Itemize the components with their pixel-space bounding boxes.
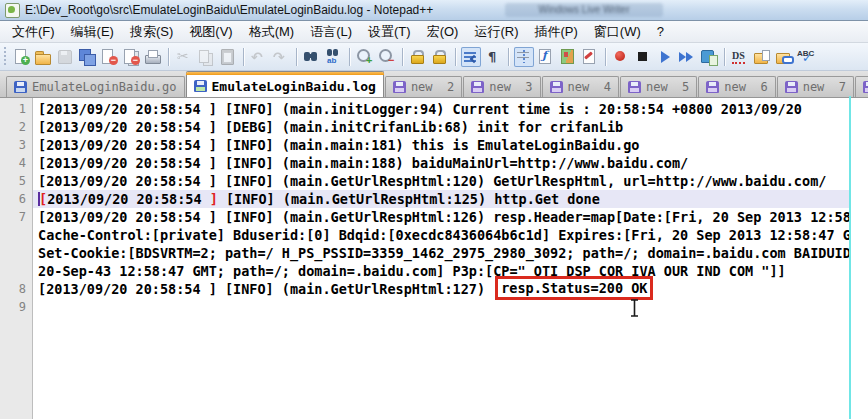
floppy-icon [14,81,27,93]
copy-icon[interactable] [196,47,216,67]
open-containing-folder-icon[interactable] [752,47,772,67]
log-line[interactable]: [2013/09/20 20:58:54 ] [INFO] (main.GetU… [38,208,849,226]
redo-icon[interactable] [271,47,291,67]
sync-vertical-icon[interactable] [408,47,428,67]
open-icon[interactable] [33,47,53,67]
line-number: 3 [0,136,32,154]
log-text-segment: Cache-Control:[private] Bduserid:[0] Bdq… [38,227,849,243]
document-map-icon[interactable] [558,47,578,67]
indent-guide-icon[interactable] [514,47,534,67]
tab-new-8[interactable]: new 8 [855,76,868,97]
macro-record-icon[interactable] [611,47,631,67]
menu-item-window[interactable]: 窗口(W) [586,21,649,43]
menu-item-language[interactable]: 语言(L) [302,21,360,43]
toolbar-separator [349,48,350,66]
tab-new-7[interactable]: new 7 [777,76,854,97]
log-line[interactable]: [2013/09/20 20:58:54 ] [INFO] (main.GetU… [38,280,849,298]
cut-icon[interactable] [174,47,194,67]
tab-label: new 7 [803,80,846,94]
close-all-icon[interactable] [121,47,141,67]
undo-icon[interactable] [249,47,269,67]
gutter: 123456789 [0,98,33,419]
macro-run-all-icon[interactable] [677,47,697,67]
log-line[interactable] [38,298,849,316]
word-wrap-icon[interactable] [461,47,481,67]
menu-item-help[interactable]: ? [649,22,672,41]
annotation-box: resp.Status=200 OK [495,276,653,300]
menu-item-search[interactable]: 搜索(S) [122,21,181,43]
folder-as-workspace-icon[interactable] [774,47,794,67]
menu-item-edit[interactable]: 编辑(E) [63,21,122,43]
tab-label: EmulateLoginBaidu.go [32,80,177,94]
menu-item-view[interactable]: 视图(V) [181,21,240,43]
log-line[interactable]: 20-Sep-43 12:58:47 GMT; path=/; domain=.… [38,262,849,280]
tab-label: new 6 [724,80,767,94]
zoom-in-icon[interactable] [355,47,375,67]
menu-item-settings[interactable]: 设置(T) [360,21,419,43]
macro-stop-icon[interactable] [633,47,653,67]
save-all-icon[interactable] [77,47,97,67]
log-line[interactable]: [2013/09/20 20:58:54 ] [DEBG] (main.init… [38,118,849,136]
paste-icon[interactable] [218,47,238,67]
close-icon[interactable] [99,47,119,67]
tab-new-5[interactable]: new 5 [620,76,697,97]
menu-item-macro[interactable]: 宏(O) [419,21,467,43]
line-number [0,262,32,280]
menu-item-plugins[interactable]: 插件(P) [526,21,585,43]
matched-bracket: ] [210,191,218,207]
toolbar-separator [605,48,606,66]
macro-play-icon[interactable] [655,47,675,67]
print-icon[interactable] [143,47,163,67]
log-text-segment: 20-Sep-43 12:58:47 GMT; path=/; domain=.… [38,263,786,279]
tab-emulateloginbaidu.go[interactable]: EmulateLoginBaidu.go [6,76,185,97]
log-line[interactable]: Set-Cookie:[BDSVRTM=2; path=/ H_PS_PSSID… [38,244,849,262]
floppy-icon [194,80,207,92]
sync-horizontal-icon[interactable] [430,47,450,67]
menu-item-run[interactable]: 运行(R) [466,21,526,43]
tab-new-3[interactable]: new 3 [463,76,540,97]
tab-new-4[interactable]: new 4 [542,76,619,97]
menu-item-format[interactable]: 格式(M) [241,21,303,43]
dspellcheck-icon[interactable] [730,47,750,67]
menu-item-file[interactable]: 文件(F) [4,21,63,43]
log-line[interactable]: [2013/09/20 20:58:54 ] [INFO] (main.main… [38,136,849,154]
save-icon[interactable] [55,47,75,67]
spell-check-icon[interactable] [796,47,816,67]
macro-save-icon[interactable] [699,47,719,67]
log-text-segment: [2013/09/20 20:58:54 ] [INFO] (main.init… [38,101,802,117]
log-text-segment: [INFO] (main.GetUrlRespHtml:125) http.Ge… [218,191,600,207]
editor[interactable]: 123456789 [2013/09/20 20:58:54 ] [INFO] … [0,98,868,419]
line-number [0,244,32,262]
show-all-characters-icon[interactable] [483,47,503,67]
toolbar-separator [168,48,169,66]
new-file-icon[interactable] [11,47,31,67]
menu-bar: 文件(F)编辑(E)搜索(S)视图(V)格式(M)语言(L)设置(T)宏(O)运… [0,21,868,43]
line-number: 4 [0,154,32,172]
tab-label: new 4 [568,80,611,94]
floppy-icon [628,81,641,93]
zoom-out-icon[interactable] [377,47,397,67]
log-line[interactable]: [2013/09/20 20:58:54 ] [INFO] (main.GetU… [38,172,849,190]
toolbar-separator [402,48,403,66]
text-area[interactable]: [2013/09/20 20:58:54 ] [INFO] (main.init… [33,98,849,419]
function-list-icon[interactable] [536,47,556,67]
log-text-segment: [2013/09/20 20:58:54 ] [DEBG] (main.init… [38,119,623,135]
log-line[interactable]: [2013/09/20 20:58:54 ] [INFO] (main.GetU… [33,190,849,208]
tab-bar: EmulateLoginBaidu.goEmulateLoginBaidu.lo… [0,71,868,98]
notepadpp-app-icon [5,3,20,18]
title-bar[interactable]: E:\Dev_Root\go\src\EmulateLoginBaidu\Emu… [0,0,868,21]
log-line[interactable]: [2013/09/20 20:58:54 ] [INFO] (main.main… [38,154,849,172]
log-line[interactable]: [2013/09/20 20:58:54 ] [INFO] (main.init… [38,100,849,118]
tab-new-2[interactable]: new 2 [385,76,462,97]
replace-icon[interactable] [324,47,344,67]
log-text-segment: [2013/09/20 20:58:54 ] [INFO] (main.main… [38,155,688,171]
document-switcher-icon[interactable] [580,47,600,67]
notepadpp-window: E:\Dev_Root\go\src\EmulateLoginBaidu\Emu… [0,0,868,419]
tab-emulateloginbaidu.log[interactable]: EmulateLoginBaidu.log [186,71,384,98]
log-line[interactable]: Cache-Control:[private] Bduserid:[0] Bdq… [38,226,849,244]
tab-new-6[interactable]: new 6 [698,76,775,97]
find-icon[interactable] [302,47,322,67]
text-cursor-icon [629,299,640,317]
log-text-segment: [2013/09/20 20:58:54 ] [INFO] (main.GetU… [38,281,493,297]
toolbar [0,43,868,71]
